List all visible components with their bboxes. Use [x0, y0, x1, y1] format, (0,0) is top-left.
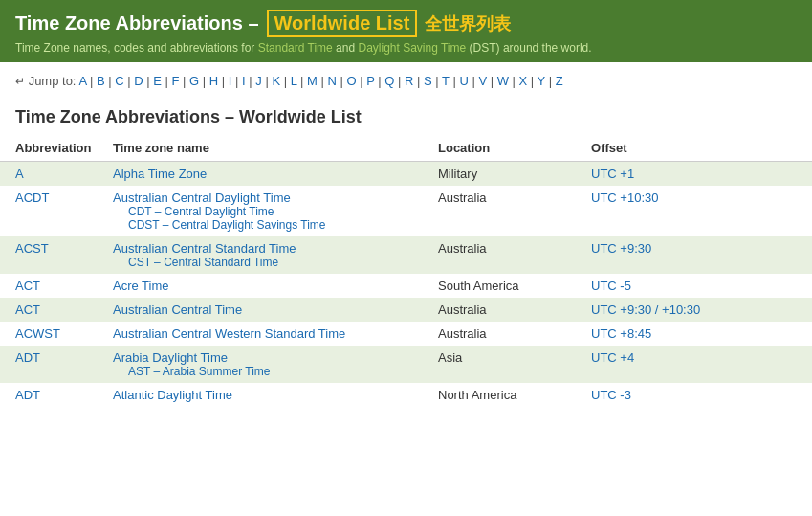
abbr-link[interactable]: A: [15, 167, 24, 181]
jump-M[interactable]: M: [307, 74, 318, 88]
offset-link[interactable]: UTC +4: [591, 350, 634, 365]
cell-offset: UTC +9:30: [583, 236, 812, 274]
jump-R[interactable]: R: [405, 74, 413, 88]
offset-link[interactable]: UTC +9:30: [591, 241, 651, 256]
sub-name-link[interactable]: CST – Central Standard Time: [113, 256, 423, 269]
name-link[interactable]: Australian Central Standard Time: [113, 241, 296, 256]
cell-name: Australian Central Daylight TimeCDT – Ce…: [105, 186, 430, 236]
cell-name: Acre Time: [105, 274, 430, 298]
cell-abbreviation: ACDT: [0, 186, 105, 236]
abbr-link[interactable]: ACWST: [15, 326, 60, 341]
cell-location: Australia: [430, 322, 583, 346]
jump-Z[interactable]: Z: [556, 74, 563, 88]
table-row: ADTAtlantic Daylight TimeNorth AmericaUT…: [0, 383, 812, 407]
cell-abbreviation: ADT: [0, 383, 105, 407]
jump-G[interactable]: G: [189, 74, 199, 88]
table-row: ACSTAustralian Central Standard TimeCST …: [0, 236, 812, 274]
abbr-link[interactable]: ADT: [15, 388, 40, 402]
name-link[interactable]: Australian Central Time: [113, 303, 242, 317]
cell-location: Military: [430, 162, 583, 187]
name-link[interactable]: Alpha Time Zone: [113, 167, 207, 181]
jump-Q[interactable]: Q: [384, 74, 394, 88]
cell-location: Australia: [430, 298, 583, 322]
jump-links: A | B | C | D | E | F | G | H | I | I | …: [78, 74, 562, 88]
table-row: ACDTAustralian Central Daylight TimeCDT …: [0, 186, 812, 236]
cell-location: Australia: [430, 186, 583, 236]
jump-T[interactable]: T: [442, 74, 450, 88]
cell-abbreviation: ACWST: [0, 322, 105, 346]
jump-E[interactable]: E: [153, 74, 162, 88]
cell-location: North America: [430, 383, 583, 407]
name-link[interactable]: Australian Central Daylight Time: [113, 191, 291, 205]
jump-D[interactable]: D: [134, 74, 143, 88]
jump-label: Jump to:: [29, 74, 77, 88]
jump-H[interactable]: H: [209, 74, 218, 88]
name-link[interactable]: Atlantic Daylight Time: [113, 388, 232, 402]
table-body: AAlpha Time ZoneMilitaryUTC +1ACDTAustra…: [0, 162, 812, 408]
offset-link[interactable]: UTC +10:30: [591, 191, 658, 205]
table-row: ACWSTAustralian Central Western Standard…: [0, 322, 812, 346]
abbr-link[interactable]: ACT: [15, 303, 40, 317]
standard-time-link[interactable]: Standard Time: [258, 41, 333, 55]
subtitle-suffix: around the world.: [503, 41, 592, 55]
daylight-time-link[interactable]: Daylight Saving Time: [358, 41, 466, 55]
worldwide-highlight: Worldwide List: [267, 10, 418, 37]
cell-name: Australian Central Standard TimeCST – Ce…: [105, 236, 430, 274]
cell-abbreviation: ACT: [0, 298, 105, 322]
cell-abbreviation: ADT: [0, 346, 105, 383]
jump-Y[interactable]: Y: [538, 74, 545, 88]
jump-O[interactable]: O: [347, 74, 357, 88]
table-row: ADTArabia Daylight TimeAST – Arabia Summ…: [0, 346, 812, 383]
col-header-offset: Offset: [583, 135, 812, 162]
header-title-chinese: 全世界列表: [425, 12, 511, 35]
table-header: Abbreviation Time zone name Location Off…: [0, 135, 812, 162]
offset-link[interactable]: UTC +1: [591, 167, 634, 181]
col-header-name: Time zone name: [105, 135, 430, 162]
cell-abbreviation: ACT: [0, 274, 105, 298]
cell-location: Asia: [430, 346, 583, 383]
header-subtitle: Time Zone names, codes and abbreviations…: [15, 41, 797, 55]
subtitle-prefix: Time Zone names, codes and abbreviations…: [15, 41, 254, 55]
jump-N[interactable]: N: [328, 74, 337, 88]
cell-abbreviation: A: [0, 162, 105, 187]
jump-P[interactable]: P: [366, 74, 374, 88]
sub-name-link[interactable]: CDST – Central Daylight Savings Time: [113, 218, 423, 232]
table-row: AAlpha Time ZoneMilitaryUTC +1: [0, 162, 812, 187]
jump-B[interactable]: B: [97, 74, 105, 88]
col-header-abbreviation: Abbreviation: [0, 135, 105, 162]
sub-name-link[interactable]: CDT – Central Daylight Time: [113, 205, 423, 218]
offset-link[interactable]: UTC -3: [591, 388, 631, 402]
col-header-location: Location: [430, 135, 583, 162]
header-title: Time Zone Abbreviations – Worldwide List…: [15, 10, 797, 37]
subtitle-dst: (DST): [470, 41, 500, 55]
cell-offset: UTC -5: [583, 274, 812, 298]
name-link[interactable]: Acre Time: [113, 279, 169, 293]
sub-name-link[interactable]: AST – Arabia Summer Time: [113, 365, 423, 378]
jump-C[interactable]: C: [115, 74, 123, 88]
abbr-link[interactable]: ADT: [15, 350, 40, 365]
abbr-link[interactable]: ACDT: [15, 191, 49, 205]
jump-U[interactable]: U: [459, 74, 468, 88]
name-link[interactable]: Australian Central Western Standard Time: [113, 326, 345, 341]
name-link[interactable]: Arabia Daylight Time: [113, 350, 228, 365]
cell-name: Australian Central Time: [105, 298, 430, 322]
cell-offset: UTC +9:30 / +10:30: [583, 298, 812, 322]
jump-X[interactable]: X: [519, 74, 528, 88]
offset-link[interactable]: UTC +9:30 / +10:30: [591, 303, 700, 317]
cell-location: Australia: [430, 236, 583, 274]
jump-S[interactable]: S: [424, 74, 432, 88]
jump-W[interactable]: W: [497, 74, 509, 88]
cell-name: Alpha Time Zone: [105, 162, 430, 187]
jump-K[interactable]: K: [272, 74, 280, 88]
header-title-prefix: Time Zone Abbreviations –: [15, 12, 259, 34]
offset-link[interactable]: UTC -5: [591, 279, 631, 293]
cell-name: Arabia Daylight TimeAST – Arabia Summer …: [105, 346, 430, 383]
abbr-link[interactable]: ACST: [15, 241, 49, 256]
timezone-table: Abbreviation Time zone name Location Off…: [0, 135, 812, 407]
offset-link[interactable]: UTC +8:45: [591, 326, 651, 341]
jump-V[interactable]: V: [478, 74, 487, 88]
abbr-link[interactable]: ACT: [15, 279, 40, 293]
subtitle-mid: and: [336, 41, 355, 55]
cell-offset: UTC +1: [583, 162, 812, 187]
table-row: ACTAcre TimeSouth AmericaUTC -5: [0, 274, 812, 298]
